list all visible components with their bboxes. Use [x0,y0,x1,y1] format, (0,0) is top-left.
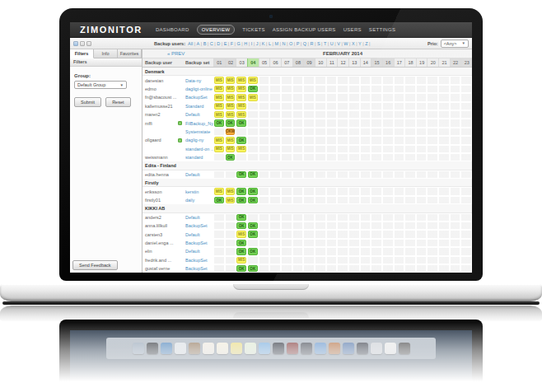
status-badge-ok[interactable]: OK [236,171,246,178]
backup-set-link[interactable]: BackupSet [184,256,213,264]
letter-filter-x[interactable]: X [352,41,355,46]
group-select[interactable]: Default Group ▼ [74,81,127,89]
status-badge-ok[interactable]: OK [248,231,258,237]
status-badge-ok[interactable]: OK [236,265,246,272]
prio-select[interactable]: <Any> ▼ [441,40,469,48]
status-badge-ok[interactable]: OK [236,240,246,246]
status-badge-mis[interactable]: MIS [236,231,246,237]
status-badge-mis[interactable]: MIS [214,111,224,118]
backup-set-link[interactable]: BackupSet [184,222,213,230]
status-badge-ok[interactable]: OK [248,248,258,254]
status-badge-mis[interactable]: MIS [236,94,246,100]
nav-item-assign-backup-users[interactable]: ASSIGN BACKUP USERS [273,27,336,32]
nav-item-tickets[interactable]: TICKETS [242,27,264,32]
submit-button[interactable]: Submit [74,97,101,107]
reset-button[interactable]: Reset [105,97,130,107]
backup-set-link[interactable]: BackupSet [184,93,213,101]
letter-filter-p[interactable]: P [297,41,300,46]
status-badge-ok[interactable]: OK [236,119,246,126]
prev-month-link[interactable]: « PREV [167,51,185,56]
status-badge-mis[interactable]: MIS [236,146,246,152]
status-badge-mis[interactable]: MIS [214,137,224,143]
letter-filter-l[interactable]: L [269,41,271,46]
status-badge-mis[interactable]: MIS [236,77,246,83]
status-badge-mis[interactable]: MIS [214,146,224,152]
status-badge-ok[interactable]: OK [226,154,236,161]
letter-filter-i[interactable]: I [251,41,253,46]
status-badge-mis[interactable]: MIS [236,257,246,264]
status-badge-ok[interactable]: OK [236,137,246,143]
status-badge-ok[interactable]: OK [236,222,246,229]
letter-filter-j[interactable]: J [256,41,259,46]
backup-set-link[interactable]: BackupSet [184,264,213,273]
status-badge-mis[interactable]: MIS [226,77,236,83]
sidebar-tab-filters[interactable]: Filters [70,49,94,58]
send-feedback-button[interactable]: Send Feedback [72,260,118,270]
status-badge-mis[interactable]: MIS [226,103,236,110]
status-badge-ok[interactable]: OK [226,119,236,126]
status-badge-mis[interactable]: MIS [226,146,236,152]
status-badge-ok[interactable]: OK [248,222,258,229]
status-badge-mis[interactable]: MIS [214,103,224,110]
nav-item-overview[interactable]: OVERVIEW [197,25,236,35]
letter-filter-w[interactable]: W [343,41,348,46]
backup-set-link[interactable]: Default [184,110,213,119]
status-badge-mis[interactable]: MIS [226,111,236,118]
status-badge-ok[interactable]: OK [248,86,258,92]
letter-filter-r[interactable]: R [310,41,313,46]
status-badge-mis[interactable]: MIS [226,94,236,100]
backup-set-link[interactable]: BackupSet [184,239,213,247]
backup-set-link[interactable]: daglig-ny [184,136,213,144]
sidebar-tab-favorites[interactable]: Favorites [118,49,142,58]
backup-set-link[interactable]: Default [184,170,213,179]
nav-item-dashboard[interactable]: DASHBOARD [156,27,189,32]
status-badge-mis[interactable]: MIS [236,111,246,118]
backup-set-link[interactable]: Data-ny [184,76,213,84]
status-badge-ok[interactable]: OK [236,214,246,221]
letter-filter-z[interactable]: Z [365,41,367,46]
letter-filter-k[interactable]: K [262,41,265,46]
view-toggle-icon[interactable] [80,41,85,46]
letter-filter-a[interactable]: A [197,41,200,46]
status-badge-ok[interactable]: OK [248,197,258,203]
letter-filter-e[interactable]: E [224,41,227,46]
status-badge-mis[interactable]: MIS [236,103,246,110]
sidebar-tab-info[interactable]: Info [94,49,118,58]
letter-filter-n[interactable]: N [282,41,285,46]
letter-filter-g[interactable]: G [237,41,241,46]
backup-set-link[interactable]: Systemstate [184,128,213,136]
status-badge-ok[interactable]: OK [248,171,258,178]
backup-set-link[interactable]: kerstin [184,187,213,195]
backup-set-link[interactable]: standard [184,153,213,161]
backup-set-link[interactable]: FilBackup_Ny [184,119,213,127]
letter-filter-y[interactable]: Y [358,41,362,46]
status-badge-ok[interactable]: OK [236,248,246,254]
status-badge-mis[interactable]: MIS [226,137,236,143]
letter-filter-m[interactable]: M [274,41,278,46]
status-badge-mis[interactable]: MIS [236,86,246,92]
nav-item-users[interactable]: USERS [343,27,362,32]
status-badge-mis[interactable]: MIS [214,86,224,92]
backup-set-link[interactable]: Default [184,247,213,255]
letter-filter-t[interactable]: T [324,41,326,46]
status-badge-okw[interactable]: OKW [226,128,236,135]
status-badge-mis[interactable]: MIS [214,77,224,83]
letter-filter-v[interactable]: V [337,41,340,46]
backup-set-link[interactable]: Default [184,230,213,238]
letter-filter-q[interactable]: Q [303,41,306,46]
collapse-icon[interactable]: - [178,121,182,125]
backup-set-link[interactable]: dagligt-online [184,85,213,93]
backup-set-link[interactable]: Default [184,213,213,222]
status-badge-ok[interactable]: OK [214,197,224,203]
letter-filter-b[interactable]: B [203,41,207,46]
letter-filter-h[interactable]: H [244,41,247,46]
letter-filter-u[interactable]: U [330,41,334,46]
letter-filter-all[interactable]: All [188,41,193,46]
status-badge-mis[interactable]: MIS [226,197,236,203]
status-badge-ok[interactable]: OK [236,197,246,203]
status-badge-mis[interactable]: MIS [248,77,258,83]
status-badge-mis[interactable]: MIS [214,94,224,100]
collapse-icon[interactable]: - [178,138,182,142]
status-badge-ok[interactable]: OK [214,119,224,126]
status-badge-ok[interactable]: OK [248,265,258,272]
